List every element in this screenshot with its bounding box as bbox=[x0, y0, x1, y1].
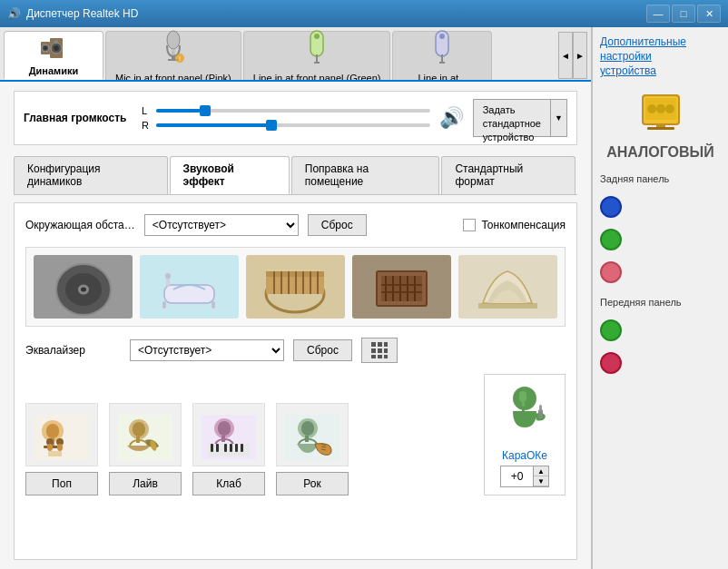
connector-blue[interactable] bbox=[600, 196, 622, 218]
preset-club-button[interactable]: Клаб bbox=[192, 472, 265, 495]
karaoke-down[interactable]: ▼ bbox=[534, 476, 548, 486]
analog-title: АНАЛОГОВЫЙ bbox=[600, 144, 721, 161]
back-connector-green bbox=[600, 226, 721, 253]
minimize-button[interactable]: — bbox=[646, 5, 670, 23]
env-disc[interactable] bbox=[34, 255, 133, 319]
svg-rect-55 bbox=[384, 348, 388, 353]
svg-rect-49 bbox=[478, 303, 537, 309]
svg-rect-95 bbox=[522, 407, 525, 411]
svg-point-7 bbox=[167, 31, 180, 49]
svg-rect-8 bbox=[172, 49, 175, 56]
svg-point-103 bbox=[665, 104, 674, 113]
karaoke-up[interactable]: ▲ bbox=[534, 466, 548, 476]
right-panel: Дополнительные настройки устройства АНАЛ… bbox=[592, 27, 728, 569]
svg-rect-56 bbox=[371, 355, 376, 358]
connector-pink-back[interactable] bbox=[600, 261, 622, 283]
svg-rect-25 bbox=[164, 285, 214, 303]
tab-scroll-right[interactable]: ► bbox=[573, 32, 587, 79]
subtab-format[interactable]: Стандартный формат bbox=[441, 156, 576, 194]
content-area: Динамики ! Mic in at front panel (Pink) bbox=[0, 27, 592, 569]
env-stone[interactable] bbox=[352, 255, 451, 319]
env-opera[interactable] bbox=[458, 255, 557, 319]
svg-rect-81 bbox=[224, 444, 227, 452]
volume-label: Главная громкость bbox=[24, 112, 133, 124]
connector-green-front[interactable] bbox=[600, 319, 622, 341]
env-reset-button[interactable]: Сброс bbox=[308, 214, 367, 236]
front-connector-green bbox=[600, 317, 721, 344]
app-title: Диспетчер Realtek HD bbox=[26, 7, 138, 20]
svg-point-14 bbox=[314, 34, 320, 39]
connector-red-front[interactable] bbox=[600, 352, 622, 374]
tone-comp-label: Тонкомпенсация bbox=[481, 219, 566, 231]
karaoke-arrows: ▲ ▼ bbox=[534, 466, 548, 486]
svg-rect-52 bbox=[384, 342, 388, 347]
svg-rect-28 bbox=[162, 301, 166, 309]
svg-rect-69 bbox=[118, 415, 172, 460]
svg-rect-20 bbox=[439, 62, 445, 64]
preset-rock-icon[interactable] bbox=[276, 403, 349, 466]
maximize-button[interactable]: □ bbox=[672, 5, 695, 23]
line-in-icon bbox=[428, 29, 456, 71]
device-tabs: Динамики ! Mic in at front panel (Pink) bbox=[0, 27, 591, 82]
svg-rect-80 bbox=[216, 444, 219, 452]
tab-line-front[interactable]: Line in at front panel (Green) bbox=[243, 31, 391, 80]
close-button[interactable]: ✕ bbox=[697, 5, 721, 23]
settings-link[interactable]: Дополнительные настройки устройства bbox=[600, 34, 721, 78]
svg-point-6 bbox=[54, 40, 58, 44]
preset-club-icon[interactable] bbox=[192, 403, 265, 466]
app-icon: 🔊 bbox=[7, 7, 21, 20]
svg-rect-71 bbox=[133, 422, 145, 437]
volume-row-l: L bbox=[142, 105, 430, 116]
preset-pop-icon[interactable] bbox=[25, 403, 98, 466]
volume-speaker-icon[interactable]: 🔊 bbox=[439, 106, 464, 130]
tone-comp-group: Тонкомпенсация bbox=[463, 219, 566, 231]
svg-point-27 bbox=[165, 273, 171, 279]
svg-rect-87 bbox=[301, 421, 314, 436]
preset-rock-button[interactable]: Рок bbox=[276, 472, 349, 495]
eq-preset-rock: Рок bbox=[276, 403, 349, 495]
subtab-effect[interactable]: Звуковой эффект bbox=[170, 156, 290, 194]
eq-grid-button[interactable] bbox=[361, 338, 398, 363]
sub-tabs: Конфигурация динамиков Звуковой эффект П… bbox=[14, 156, 577, 195]
karaoke-value: +0 bbox=[501, 466, 534, 486]
svg-text:!: ! bbox=[179, 55, 181, 62]
r-label: R bbox=[142, 120, 151, 131]
connector-green-back[interactable] bbox=[600, 229, 622, 250]
tab-line-in-label: Line in at... bbox=[418, 73, 467, 83]
eq-select[interactable]: <Отсутствует> bbox=[130, 339, 284, 361]
tab-line-in[interactable]: Line in at... bbox=[392, 31, 492, 80]
karaoke-icon[interactable] bbox=[500, 382, 550, 446]
volume-sliders: L R bbox=[142, 105, 430, 131]
env-colosseum[interactable] bbox=[246, 255, 345, 319]
tab-scroll-left[interactable]: ◄ bbox=[558, 32, 573, 79]
preset-live-button[interactable]: Лайв bbox=[109, 472, 182, 495]
tab-mic-front[interactable]: ! Mic in at front panel (Pink) bbox=[105, 31, 241, 80]
env-select[interactable]: <Отсутствует> bbox=[144, 214, 299, 236]
analog-icon-wrapper bbox=[600, 91, 721, 132]
l-label: L bbox=[142, 105, 151, 116]
tone-checkbox[interactable] bbox=[463, 219, 476, 231]
env-bath[interactable] bbox=[140, 255, 239, 319]
svg-rect-79 bbox=[211, 444, 213, 452]
svg-rect-9 bbox=[172, 56, 175, 59]
svg-rect-50 bbox=[371, 342, 376, 347]
subtab-config[interactable]: Конфигурация динамиков bbox=[14, 156, 168, 194]
volume-slider-l[interactable] bbox=[156, 109, 430, 113]
eq-row: Эквалайзер <Отсутствует> Сброс bbox=[25, 338, 566, 363]
preset-pop-button[interactable]: Поп bbox=[25, 472, 98, 495]
karaoke-box: КараОКе +0 ▲ ▼ bbox=[484, 374, 566, 495]
set-default-button[interactable]: Задать стандартное устройство bbox=[473, 99, 551, 137]
eq-preset-club: Клаб bbox=[192, 403, 265, 495]
tab-line-front-label: Line in at front panel (Green) bbox=[253, 73, 381, 83]
preset-live-icon[interactable] bbox=[109, 403, 182, 466]
eq-reset-button[interactable]: Сброс bbox=[293, 339, 352, 361]
svg-rect-84 bbox=[241, 444, 243, 452]
volume-slider-r[interactable] bbox=[156, 123, 430, 127]
subtab-room[interactable]: Поправка на помещение bbox=[291, 156, 440, 194]
line-front-icon bbox=[303, 29, 330, 71]
tab-dynamics[interactable]: Динамики bbox=[4, 31, 103, 80]
set-default-dropdown[interactable]: ▼ bbox=[551, 99, 567, 137]
karaoke-label: КараОКе bbox=[502, 449, 547, 462]
svg-rect-53 bbox=[371, 348, 376, 353]
svg-rect-93 bbox=[519, 391, 526, 402]
